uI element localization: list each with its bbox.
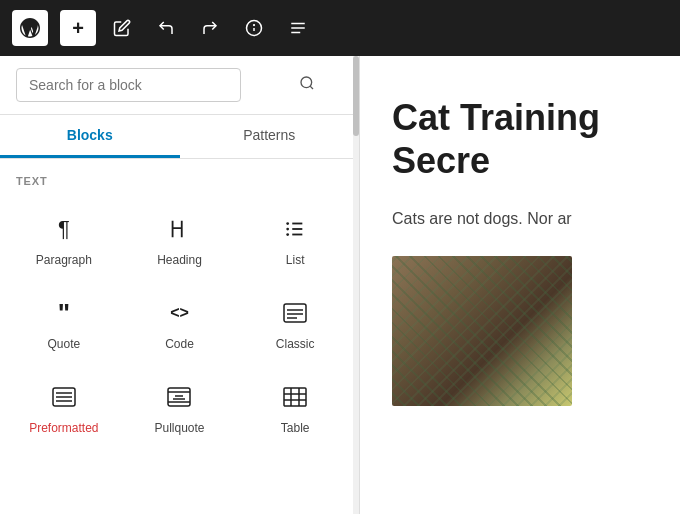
classic-label: Classic (276, 337, 315, 351)
quote-label: Quote (47, 337, 80, 351)
svg-rect-14 (284, 304, 306, 322)
add-block-button[interactable]: + (60, 10, 96, 46)
search-input[interactable] (16, 68, 241, 102)
sidebar: Blocks Patterns TEXT ¶ Paragraph (0, 56, 360, 514)
main-layout: Blocks Patterns TEXT ¶ Paragraph (0, 56, 680, 514)
pullquote-label: Pullquote (154, 421, 204, 435)
table-label: Table (281, 421, 310, 435)
block-item-preformatted[interactable]: Preformatted (8, 367, 120, 447)
wordpress-logo[interactable] (12, 10, 48, 46)
classic-icon (281, 299, 309, 327)
scrollbar-track[interactable] (353, 56, 359, 514)
table-icon (281, 383, 309, 411)
svg-line-7 (310, 86, 313, 89)
tab-blocks[interactable]: Blocks (0, 115, 180, 158)
info-button[interactable] (236, 10, 272, 46)
section-label-text: TEXT (8, 175, 351, 199)
block-item-pullquote[interactable]: Pullquote (124, 367, 236, 447)
heading-label: Heading (157, 253, 202, 267)
block-item-code[interactable]: <> Code (124, 283, 236, 363)
svg-point-13 (286, 233, 289, 236)
search-area (0, 56, 359, 115)
block-item-classic[interactable]: Classic (239, 283, 351, 363)
block-item-list[interactable]: List (239, 199, 351, 279)
pullquote-icon (165, 383, 193, 411)
tabs: Blocks Patterns (0, 115, 359, 159)
blocks-grid: ¶ Paragraph Heading (8, 199, 351, 447)
block-item-paragraph[interactable]: ¶ Paragraph (8, 199, 120, 279)
editor-content: Cats are not dogs. Nor ar (392, 206, 648, 232)
paragraph-label: Paragraph (36, 253, 92, 267)
search-container (16, 68, 343, 102)
svg-rect-27 (284, 388, 306, 406)
redo-button[interactable] (192, 10, 228, 46)
editor-image (392, 256, 572, 406)
scrollbar-thumb[interactable] (353, 56, 359, 136)
search-icon (299, 75, 315, 95)
preformatted-icon (50, 383, 78, 411)
code-icon: <> (165, 299, 193, 327)
quote-icon: " (50, 299, 78, 327)
block-item-heading[interactable]: Heading (124, 199, 236, 279)
block-item-quote[interactable]: " Quote (8, 283, 120, 363)
svg-rect-22 (168, 388, 190, 406)
list-label: List (286, 253, 305, 267)
heading-icon (165, 215, 193, 243)
svg-point-12 (286, 228, 289, 231)
preformatted-label: Preformatted (29, 421, 98, 435)
tab-patterns[interactable]: Patterns (180, 115, 360, 158)
sidebar-content: TEXT ¶ Paragraph Heading (0, 159, 359, 514)
list-icon (281, 215, 309, 243)
editor-title: Cat Training Secre (392, 96, 648, 182)
editor-area: Cat Training Secre Cats are not dogs. No… (360, 56, 680, 514)
undo-button[interactable] (148, 10, 184, 46)
block-item-table[interactable]: Table (239, 367, 351, 447)
svg-point-11 (286, 222, 289, 225)
list-view-button[interactable] (280, 10, 316, 46)
toolbar: + (0, 0, 680, 56)
edit-button[interactable] (104, 10, 140, 46)
paragraph-icon: ¶ (50, 215, 78, 243)
code-label: Code (165, 337, 194, 351)
svg-point-6 (301, 77, 312, 88)
